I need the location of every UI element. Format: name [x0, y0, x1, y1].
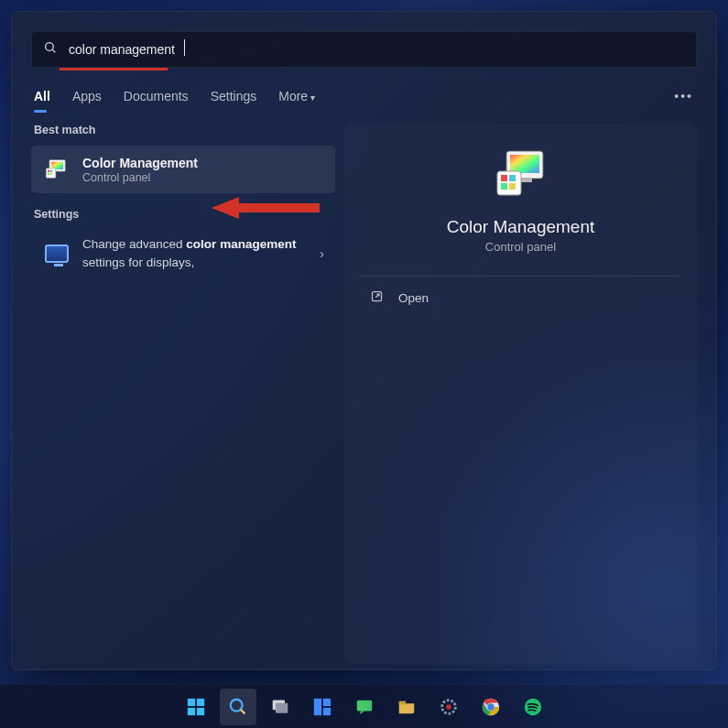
- search-panel: All Apps Documents Settings More▾ ••• Be…: [11, 11, 717, 670]
- svg-rect-31: [398, 701, 405, 704]
- tab-more-label: More: [278, 89, 308, 103]
- svg-point-35: [487, 703, 494, 710]
- svg-rect-15: [501, 183, 507, 190]
- svg-rect-10: [510, 155, 539, 173]
- best-match-heading: Best match: [31, 124, 335, 136]
- svg-line-24: [240, 709, 244, 713]
- chevron-right-icon: ›: [320, 246, 324, 261]
- svg-rect-5: [48, 170, 49, 172]
- svg-point-23: [230, 699, 242, 711]
- svg-rect-13: [501, 175, 507, 181]
- preview-icon: [492, 146, 550, 204]
- svg-rect-20: [196, 698, 203, 705]
- tab-documents[interactable]: Documents: [124, 89, 189, 103]
- text-caret: [184, 39, 185, 56]
- result-description: Change advanced color management setting…: [82, 235, 320, 273]
- annotation-underline: [60, 68, 168, 71]
- svg-rect-21: [187, 707, 194, 714]
- svg-point-0: [46, 43, 54, 51]
- svg-rect-22: [196, 707, 203, 714]
- svg-line-1: [52, 49, 55, 52]
- search-input[interactable]: [69, 42, 685, 57]
- chevron-down-icon: ▾: [310, 92, 315, 103]
- preview-subtitle: Control panel: [361, 240, 680, 254]
- task-view-button[interactable]: [262, 689, 299, 725]
- tab-all[interactable]: All: [34, 89, 50, 103]
- svg-point-33: [446, 704, 451, 710]
- chrome-button[interactable]: [473, 689, 509, 725]
- svg-rect-19: [187, 698, 194, 705]
- svg-rect-27: [313, 698, 321, 714]
- result-subtitle: Control panel: [82, 171, 324, 184]
- preview-pane: Color Management Control panel Open: [344, 124, 697, 664]
- open-icon: [370, 289, 384, 306]
- svg-rect-29: [322, 707, 330, 714]
- result-advanced-color-settings[interactable]: Change advanced color management setting…: [31, 226, 335, 282]
- monitor-icon: [42, 239, 71, 268]
- tab-apps[interactable]: Apps: [72, 89, 102, 103]
- svg-rect-6: [50, 170, 52, 172]
- preview-title: Color Management: [361, 217, 680, 237]
- open-action[interactable]: Open: [344, 277, 697, 319]
- search-taskbar-button[interactable]: [220, 689, 256, 725]
- svg-rect-7: [48, 173, 49, 175]
- svg-rect-14: [509, 175, 516, 181]
- file-explorer-button[interactable]: [388, 689, 425, 725]
- widgets-button[interactable]: [304, 689, 341, 725]
- search-icon: [43, 40, 58, 59]
- spotify-button[interactable]: [515, 689, 551, 725]
- result-color-management[interactable]: Color Management Control panel: [31, 146, 335, 193]
- filter-tabs: All Apps Documents Settings More▾ •••: [31, 89, 697, 103]
- search-bar[interactable]: [31, 31, 697, 68]
- svg-rect-16: [509, 183, 516, 190]
- results-column: Best match: [31, 124, 335, 664]
- open-label: Open: [398, 291, 429, 305]
- tab-more[interactable]: More▾: [278, 89, 315, 103]
- chat-button[interactable]: [346, 689, 383, 725]
- svg-rect-30: [356, 700, 372, 711]
- tab-settings[interactable]: Settings: [211, 89, 257, 103]
- start-button[interactable]: [178, 689, 214, 725]
- taskbar: [0, 684, 728, 728]
- svg-rect-28: [322, 698, 330, 705]
- overflow-menu-button[interactable]: •••: [674, 89, 697, 103]
- settings-app-button[interactable]: [430, 689, 467, 725]
- svg-rect-26: [276, 702, 288, 712]
- svg-rect-8: [50, 173, 52, 175]
- settings-heading: Settings: [31, 208, 335, 221]
- color-management-icon: [42, 155, 71, 184]
- result-title: Color Management: [82, 156, 324, 170]
